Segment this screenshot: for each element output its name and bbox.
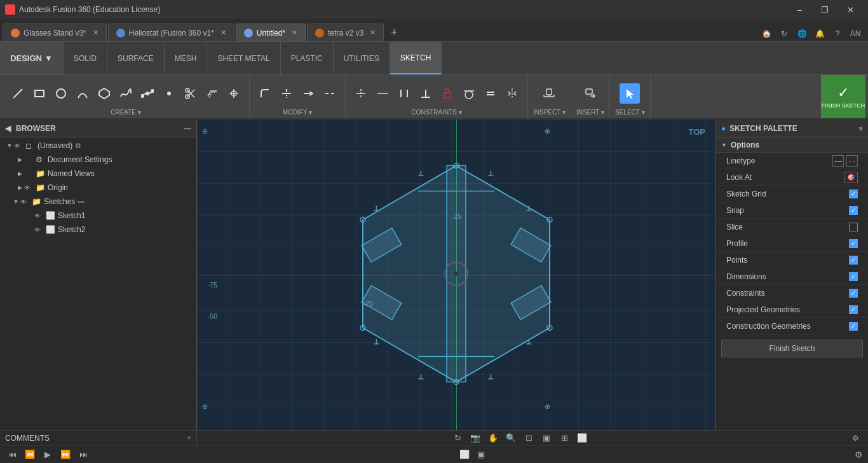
tangent-tool[interactable] [459,83,479,104]
sketch-tool-2[interactable]: ▣ [474,448,488,462]
linetype-dashed-icon[interactable]: - - [846,155,858,167]
zoom-fit-tool[interactable]: ⊡ [521,432,536,445]
browser-root-eye[interactable]: 👁 [14,142,23,149]
fillet-tool[interactable] [255,83,275,104]
palette-finish-sketch-button[interactable]: Finish Sketch [721,340,863,357]
pan-camera-tool[interactable]: 📷 [468,432,483,445]
tab-plastic[interactable]: PLASTIC [281,42,334,74]
viewport[interactable]: TOP -25 -75 -50 -25 [197,120,715,430]
pan-tool[interactable]: ✋ [485,432,501,445]
tab-glasses[interactable]: Glasses Stand v3* ✕ [3,24,107,41]
lock-tool[interactable] [437,83,458,104]
minimize-button[interactable]: – [787,0,812,19]
dimensions-checkbox[interactable]: ✓ [849,272,858,281]
tab-solid[interactable]: SOLID [64,42,107,74]
tab-icon-refresh[interactable]: ↻ [776,26,792,41]
circle-tool[interactable] [51,83,71,104]
tab-icon-home[interactable]: 🏠 [759,26,774,41]
offset-tool[interactable] [202,83,222,104]
playback-next-button[interactable]: ⏩ [58,448,72,462]
tab-tetra[interactable]: tetra v2 v3 ✕ [307,24,384,41]
coincident-tool[interactable] [351,83,371,104]
browser-item-origin[interactable]: ▶ 👁 📁 Origin [0,181,196,195]
browser-sketch2-eye[interactable]: 👁 [34,226,43,233]
browser-item-sketch2[interactable]: 👁 ⬜ Sketch2 [0,223,196,237]
tab-icon-globe[interactable]: 🌐 [794,26,810,41]
arc-tool[interactable] [72,83,93,104]
maximize-button[interactable]: ❐ [812,0,837,19]
project-tool[interactable] [224,83,244,104]
perpendicular-tool[interactable] [416,83,436,104]
tab-untitled[interactable]: Untitled* ✕ [236,24,306,41]
measure-tool[interactable] [539,83,559,104]
tab-surface[interactable]: SURFACE [107,42,165,74]
parallel-tool[interactable] [394,83,414,104]
playback-last-button[interactable]: ⏭ [76,448,90,462]
tab-heliostat-close[interactable]: ✕ [220,29,226,37]
add-tab-button[interactable]: + [385,24,403,41]
tab-heliostat[interactable]: Heliostat (Fusion 360 v1* ✕ [108,24,234,41]
tab-icon-help[interactable]: ? [830,26,845,41]
browser-item-named-views[interactable]: ▶ 📁 Named Views [0,167,196,181]
playbar-settings-icon[interactable]: ⚙ [855,450,863,460]
tab-utilities[interactable]: UTILITIES [334,42,390,74]
collinear-tool[interactable] [372,83,393,104]
rectangle-tool[interactable] [29,83,50,104]
browser-close-button[interactable]: — [184,124,191,133]
browser-item-sketch1[interactable]: 👁 ⬜ Sketch1 [0,209,196,223]
browser-sketches-eye[interactable]: 👁 [20,198,29,205]
tab-icon-user[interactable]: AN [848,26,863,41]
linetype-solid-icon[interactable]: — [832,155,844,167]
browser-item-root[interactable]: ▼ 👁 ◻ (Unsaved) ⚙ [0,139,196,153]
zoom-tool[interactable]: 🔍 [503,432,519,445]
points-checkbox[interactable]: ✓ [849,256,858,265]
finish-sketch-button[interactable]: ✓ FINISH SKETCH [821,75,865,118]
sketch-tool-1[interactable]: ⬜ [458,448,471,462]
grid-tool[interactable]: ⊞ [557,432,572,445]
view-cube-tool[interactable]: ⬜ [574,432,590,445]
slice-checkbox[interactable] [849,223,858,232]
tab-glasses-close[interactable]: ✕ [93,29,98,37]
profile-checkbox[interactable]: ✓ [849,239,858,248]
equal-tool[interactable] [480,83,501,104]
point-tool[interactable] [159,83,179,104]
playback-prev-button[interactable]: ⏪ [23,448,37,462]
browser-item-doc-settings[interactable]: ▶ ⚙ Document Settings [0,153,196,167]
palette-collapse-button[interactable]: » [858,124,863,133]
fit-point-spline-tool[interactable] [137,83,158,104]
tab-icon-notifications[interactable]: 🔔 [812,26,827,41]
close-button[interactable]: ✕ [837,0,863,19]
orbit-tool[interactable]: ↻ [450,432,465,445]
design-menu-button[interactable]: DESIGN ▼ [0,42,64,74]
browser-sketch1-eye[interactable]: 👁 [34,212,43,219]
scissors-tool[interactable] [180,83,201,104]
projected-geom-checkbox[interactable]: ✓ [849,305,858,314]
playback-play-button[interactable]: ▶ [41,448,55,462]
snap-checkbox[interactable]: ✓ [849,206,858,215]
browser-item-sketches[interactable]: ▼ 👁 📁 Sketches ••• [0,195,196,209]
select-tool[interactable] [620,83,640,104]
symmetric-tool[interactable] [502,83,522,104]
browser-origin-eye[interactable]: 👁 [24,184,33,191]
look-at-icon[interactable]: 🎯 [844,172,858,183]
playback-first-button[interactable]: ⏮ [5,448,19,462]
tab-tetra-close[interactable]: ✕ [370,29,376,37]
construction-geom-checkbox[interactable]: ✓ [849,322,858,331]
tab-mesh[interactable]: MESH [165,42,208,74]
line-tool[interactable] [8,83,28,104]
browser-collapse-icon[interactable]: ◀ [5,124,11,133]
comments-add-icon[interactable]: + [187,434,191,443]
break-tool[interactable] [320,83,340,104]
tab-sketch[interactable]: SKETCH [390,42,442,74]
extend-tool[interactable] [298,83,318,104]
sketch-grid-checkbox[interactable]: ✓ [849,190,858,198]
polygon-tool[interactable] [94,83,114,104]
display-mode-tool[interactable]: ▣ [539,432,554,445]
insert-tool[interactable] [580,83,600,104]
spline-tool[interactable] [116,83,136,104]
palette-section-header[interactable]: ▼ Options [716,137,868,153]
trim-tool[interactable] [276,83,297,104]
constraints-checkbox[interactable]: ✓ [849,289,858,298]
tab-untitled-close[interactable]: ✕ [292,29,297,37]
comments-section[interactable]: COMMENTS + [0,431,197,446]
